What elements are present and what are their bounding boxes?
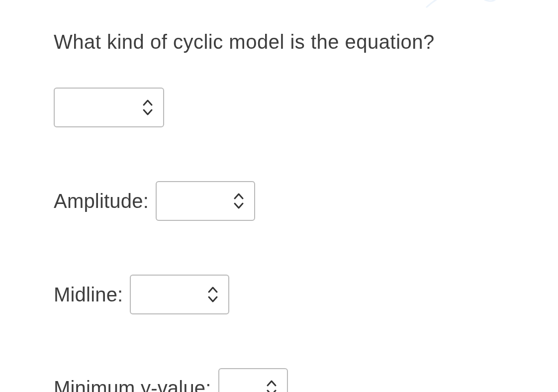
midline-row: Midline: [54,275,558,314]
chevron-up-down-icon [266,379,277,392]
amplitude-label: Amplitude: [54,190,149,212]
model-type-select[interactable] [54,88,164,127]
midline-label: Midline: [54,284,123,306]
question-text: What kind of cyclic model is the equatio… [54,30,558,54]
min-y-select[interactable] [218,368,288,392]
chevron-up-down-icon [142,98,153,116]
model-type-row [54,88,558,127]
amplitude-select[interactable] [156,181,255,221]
chevron-up-down-icon [233,192,244,210]
midline-select[interactable] [130,275,229,314]
amplitude-row: Amplitude: [54,181,558,221]
min-y-label: Minimum y-value: [54,377,211,392]
decorative-curve [424,0,503,20]
min-y-row: Minimum y-value: [54,368,558,392]
chevron-up-down-icon [207,286,218,303]
